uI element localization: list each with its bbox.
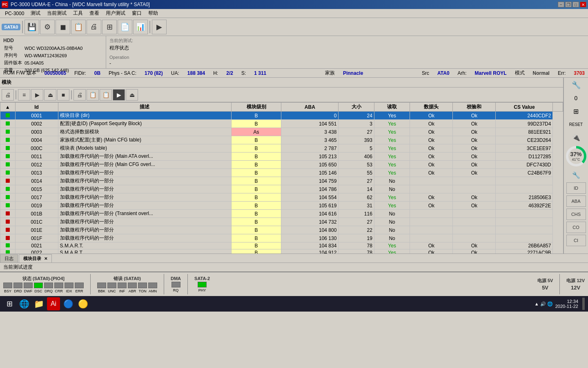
mt-export[interactable]: ▶ (113, 89, 125, 101)
phy-ind (198, 282, 207, 287)
row-check: Ok (453, 112, 496, 120)
tb-print[interactable]: 🖨 (87, 20, 101, 34)
taskbar-app5-icon[interactable]: 🟡 (76, 297, 89, 310)
tab-close-icon[interactable]: ✕ (44, 256, 47, 261)
maximize-button[interactable]: □ (572, 2, 579, 7)
table-row[interactable]: 000C模块表 (Models table)B2 7875YesOkOk3CE1… (0, 144, 563, 153)
mt-eject[interactable]: ⏏ (44, 89, 56, 101)
rp-ci-btn[interactable]: CI (566, 235, 586, 246)
menu-test[interactable]: 测试 (27, 9, 44, 18)
hdd-fw-val: 05.04A05 (24, 60, 84, 66)
col-header-read[interactable]: 读取 (374, 103, 410, 112)
col-header-desc[interactable]: 描述 (58, 103, 231, 112)
row-level: B (231, 218, 281, 226)
mt-print2[interactable]: 🖨 (74, 89, 86, 101)
col-header-size[interactable]: 大小 (339, 103, 374, 112)
mt-stop[interactable]: ■ (57, 89, 69, 101)
power5v-val: 5V (542, 285, 548, 291)
sb-h-val: 2/2 (226, 70, 233, 76)
row-cs: 881EE921 (496, 128, 553, 136)
col-header-aba[interactable]: ABA (281, 103, 339, 112)
tb-settings[interactable]: ⚙ (40, 20, 55, 34)
table-row[interactable]: 0017加载微程序代码的一部分B104 55462YesOkOk218506E3 (0, 193, 563, 202)
row-head: Ok (410, 136, 453, 144)
bsy-label: BSY (3, 289, 12, 293)
mt-play[interactable]: ▶ (31, 89, 43, 101)
table-row[interactable]: 0002配置(硬盘ID) (Pasport Sequrity Block)B10… (0, 120, 563, 128)
table-row[interactable]: 0021S.M.A.R.T.B104 83478YesOkOk26B6A857 (0, 242, 563, 249)
mt-list[interactable]: ≡ (18, 89, 30, 101)
col-header-level[interactable]: 模块级别 (231, 103, 281, 112)
table-row[interactable]: 001F加载微程序代码的一部分B106 13019No (0, 234, 563, 242)
table-row[interactable]: 0003格式选择数据模块As3 43827YesOkOk881EE921 (0, 128, 563, 136)
table-row[interactable]: 001C加载微程序代码的一部分B104 73227No (0, 218, 563, 226)
close-button[interactable]: ✕ (580, 2, 586, 7)
table-row[interactable]: 0015加载微程序代码的一部分B104 78614No (0, 185, 563, 193)
row-desc: 加载微程序代码的一部分 (58, 234, 231, 242)
tab-module-list[interactable]: 模块目录 ✕ (19, 254, 52, 263)
table-body: 0001模块目录 (dir)B024YesOkOk2440CDF20002配置(… (0, 112, 563, 254)
rp-chs-btn[interactable]: CHS (566, 209, 586, 220)
tb-chart[interactable]: 📊 (133, 20, 148, 34)
table-row[interactable]: 0011加载微程序代码的一部分 (Main ATA overl...B105 2… (0, 153, 563, 161)
menu-help[interactable]: 帮助 (145, 9, 161, 18)
tb-log[interactable]: 📋 (71, 20, 86, 34)
row-size: 393 (339, 136, 374, 144)
tb-grid[interactable]: ⊞ (102, 20, 117, 34)
rp-connector-icon[interactable]: 🔌 (566, 132, 586, 143)
taskbar-edge-icon[interactable]: 🌐 (18, 297, 31, 310)
menu-pc3000[interactable]: PC-3000 (2, 10, 27, 17)
rp-co-btn[interactable]: CO (566, 222, 586, 233)
table-row[interactable]: 0012加载微程序代码的一部分 (Main CFG overl...B105 6… (0, 161, 563, 169)
rp-digit-icon[interactable]: 0 (566, 92, 586, 104)
col-header-check[interactable]: 校验和 (453, 103, 496, 112)
table-row[interactable]: 0001模块目录 (dir)B024YesOkOk2440CDF2 (0, 112, 563, 120)
table-row[interactable]: 0022S.M.A.R.T.B104 91278YesOkOk2271AC9B (0, 249, 563, 254)
tb-stop[interactable]: ◼ (56, 20, 70, 34)
restore-button[interactable]: ❐ (565, 2, 572, 7)
table-row[interactable]: 0013加载微程序代码的一部分B105 14655YesOkOkC24B67F9 (0, 169, 563, 177)
taskbar-explorer-icon[interactable]: 📁 (32, 297, 45, 310)
start-button[interactable]: ⊞ (3, 298, 16, 310)
rp-id-btn[interactable]: ID (566, 182, 586, 194)
tb-save[interactable]: 💾 (24, 20, 39, 34)
rp-grid-icon[interactable]: ⊞ (566, 105, 586, 117)
tab-log[interactable]: 日志 (0, 254, 18, 263)
col-header-id[interactable]: Id (15, 103, 58, 112)
tb-report[interactable]: 📄 (118, 20, 132, 34)
col-header-cs[interactable]: CS Value (496, 103, 553, 112)
taskbar-adobe-icon[interactable]: Ai (47, 297, 60, 310)
mt-print[interactable]: 🖨 (2, 89, 14, 101)
menu-tools[interactable]: 工具 (70, 9, 86, 18)
menu-current-test[interactable]: 当前测试 (44, 9, 70, 18)
show-desktop-btn[interactable] (582, 298, 585, 310)
rp-reset-icon[interactable]: RESET (566, 119, 586, 130)
mt-copy1[interactable]: 📋 (87, 89, 99, 101)
gauge-text-overlay: 37% 41°C (570, 151, 581, 162)
tb-arrow[interactable]: ▶ (152, 20, 167, 34)
rp-wrench-icon[interactable]: 🔧 (566, 169, 586, 181)
row-check (453, 210, 496, 218)
menu-window[interactable]: 窗口 (129, 9, 145, 18)
rp-icon-top[interactable]: 🔧 (566, 79, 586, 91)
table-row[interactable]: 001B加载微程序代码的一部分 (Transient overl...B104 … (0, 210, 563, 218)
table-row[interactable]: 0004家族模式配置(主要) (Main CFG table)B3 465393… (0, 136, 563, 144)
menu-view[interactable]: 查看 (86, 9, 102, 18)
module-area: 模块 🖨 ≡ ▶ ⏏ ■ 🖨 📋 📋 ▶ ⏏ ▲ Id 描 (0, 78, 588, 254)
rp-aba-btn[interactable]: ABA (566, 195, 586, 207)
row-cs: 3CE1EE97 (496, 144, 553, 153)
taskbar-chrome-icon[interactable]: 🔵 (62, 297, 75, 310)
mt-copy2[interactable]: 📋 (100, 89, 112, 101)
table-row[interactable]: 0019加载微程序代码的一部分B105 61931YesOkOk46392F2E (0, 202, 563, 210)
row-level: As (231, 128, 281, 136)
row-cs: D1127285 (496, 153, 553, 161)
table-row[interactable]: 001E加载微程序代码的一部分B104 80022No (0, 226, 563, 234)
module-data-table[interactable]: ▲ Id 描述 模块级别 ABA 大小 读取 数据头 校验和 CS Value … (0, 102, 563, 254)
row-size: 78 (339, 242, 374, 249)
row-level: B (231, 210, 281, 218)
mt-import[interactable]: ⏏ (126, 89, 138, 101)
menu-user-test[interactable]: 用户测试 (102, 9, 129, 18)
col-header-head[interactable]: 数据头 (410, 103, 453, 112)
minimize-button[interactable]: − (558, 2, 564, 7)
table-row[interactable]: 0014加载微程序代码的一部分B104 75927No (0, 177, 563, 185)
